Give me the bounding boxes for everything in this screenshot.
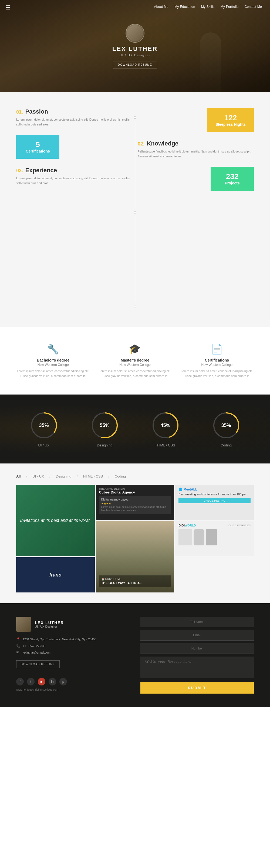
form-number[interactable] [140, 643, 254, 654]
nav-education[interactable]: My Education [174, 5, 195, 9]
email-icon: ✉ [16, 651, 21, 654]
nav-about[interactable]: About Me [154, 5, 169, 9]
facebook-icon[interactable]: f [16, 678, 24, 685]
digi-logo: DIGIWORLD [178, 524, 196, 527]
download-resume-button[interactable]: DOWNLOAD RESUME [113, 61, 158, 68]
skill-label-uiux: UI / UX [16, 443, 72, 447]
projects-box: 232 Projects [138, 167, 254, 191]
skill-circle-coding: 35% [212, 411, 241, 440]
linkedin-icon[interactable]: in [48, 678, 56, 685]
filter-htmlcss[interactable]: HTML - CSS [83, 474, 103, 478]
youtube-icon[interactable]: ▶ [38, 678, 45, 685]
edu-masters: 🎓 Master's degree New Western College Lo… [98, 343, 172, 378]
pinterest-icon[interactable]: p [59, 678, 67, 685]
navigation: ☰ About Me My Education My Skills My Por… [0, 0, 270, 13]
location-icon: 📍 [16, 637, 21, 641]
avatar [126, 24, 144, 43]
skill-label-designing: Designing [77, 443, 132, 447]
meet-logo: 🌐 MeetALL [178, 488, 250, 491]
skill-circle-designing: 55% [90, 411, 119, 440]
form-fullname[interactable] [140, 617, 254, 627]
skill-label-htmlcss: HTML / CSS [138, 443, 193, 447]
knowledge-text: Pellentesque faucibus leo id velit dictu… [138, 149, 254, 159]
skill-pct-htmlcss: 45% [151, 411, 180, 440]
education-section: 🔧 Bachelor's degree New Western College … [0, 327, 270, 395]
portfolio-grid: Invitations at its best and at its worst… [16, 485, 254, 592]
skill-circle-htmlcss: 45% [151, 411, 180, 440]
hero-section: ☰ About Me My Education My Skills My Por… [0, 0, 270, 92]
about-section: 01. Passion Lorem ipsum dolor sit amet, … [0, 92, 270, 327]
wrench-icon: 🔧 [16, 343, 90, 355]
knowledge-title: Knowledge [146, 140, 178, 147]
certs-school: New Western College [180, 363, 254, 367]
footer-socials: f t ▶ in p [16, 678, 130, 685]
phone-icon: 📞 [16, 644, 21, 648]
filter-uiux[interactable]: UI - UX [32, 474, 44, 478]
cityscape-headline: THE BEST WAY TO FIND... [101, 581, 169, 585]
form-email[interactable] [140, 630, 254, 641]
nav-skills[interactable]: My Skills [201, 5, 215, 9]
passion-block: 01. Passion Lorem ipsum dolor sit amet, … [16, 108, 132, 127]
form-submit-button[interactable]: SUBMIT [140, 682, 254, 693]
portfolio-item-cityscape[interactable]: 🏠 DRIVEHOME THE BEST WAY TO FIND... [96, 521, 174, 592]
nav-contact[interactable]: Contact Me [245, 5, 262, 9]
portfolio-item-agency[interactable]: CREATIVE DESIGN Cubes Digital Agency Dig… [96, 485, 174, 520]
sleepless-number: 122 [215, 114, 246, 122]
footer-email-row: ✉ lexluthar@gmail.com [16, 650, 130, 655]
filter-designing[interactable]: Designing [56, 474, 72, 478]
portfolio-section: All / UI - UX / Designing / HTML - CSS /… [0, 463, 270, 603]
footer-address-row: 📍 1234 Street, Opp Trademark, New York C… [16, 637, 130, 642]
experience-number: 03. [16, 168, 23, 173]
divider-line-2 [135, 216, 135, 303]
graduation-icon: 🎓 [98, 343, 172, 355]
certificate-icon: 📄 [180, 343, 254, 355]
form-message[interactable] [140, 656, 254, 678]
projects-number: 232 [219, 172, 246, 181]
twitter-icon[interactable]: t [27, 678, 35, 685]
hero-subtitle: UI / UX Designer [120, 54, 151, 57]
nav-portfolio[interactable]: My Portfolio [221, 5, 239, 9]
meet-desc: Best meeting and conference for more tha… [178, 492, 250, 496]
certifications-label: Certifications [24, 149, 51, 153]
agency-stars: ★★★★ [101, 502, 169, 505]
skill-circle-uiux: 35% [29, 411, 59, 440]
portfolio-item-digi[interactable]: DIGIWORLD HOME CATEGORIES [175, 521, 254, 556]
divider-line [135, 122, 135, 208]
filter-all[interactable]: All [16, 474, 21, 478]
portfolio-item-invitations[interactable]: Invitations at its best and at its worst… [16, 485, 95, 556]
filter-coding[interactable]: Coding [115, 474, 126, 478]
mobile-icon: ☰ [5, 4, 10, 11]
footer-download-button[interactable]: DOWNLOAD RESUME [16, 660, 60, 668]
about-right: 122 Sleepless Nights 02. Knowledge Pelle… [138, 108, 254, 191]
footer-phone: +1 555-222-3333 [23, 644, 45, 648]
avatar-image [127, 25, 143, 41]
footer-website: www.heritagechristianscollege.com [16, 688, 130, 691]
experience-block: 03. Experience Lorem ipsum dolor sit ame… [16, 167, 132, 186]
frano-text: frano [49, 572, 62, 578]
edu-bachelor: 🔧 Bachelor's degree New Western College … [16, 343, 90, 378]
skill-uiux: 35% UI / UX [16, 411, 72, 447]
hero-silhouette [200, 32, 222, 92]
cityscape-brand: 🏠 DRIVEHOME [101, 578, 169, 581]
footer-left: LEX LUTHER UI / UX Designer 📍 1234 Stree… [16, 617, 130, 693]
portfolio-item-frano[interactable]: frano [16, 557, 95, 592]
footer-address: 1234 Street, Opp Trademark, New York Cit… [23, 637, 96, 642]
passion-title: Passion [25, 108, 48, 115]
agency-tag: CREATIVE DESIGN [99, 488, 171, 490]
skills-grid: 35% UI / UX 55% Designing [16, 411, 254, 447]
meet-btn[interactable]: CREATE MEETING [178, 498, 250, 503]
knowledge-block: 02. Knowledge Pellentesque faucibus leo … [138, 140, 254, 159]
skill-pct-coding: 35% [212, 411, 241, 440]
passion-number: 01. [16, 109, 23, 115]
portfolio-item-meet[interactable]: 🌐 MeetALL Best meeting and conference fo… [175, 485, 254, 520]
about-divider [132, 108, 138, 311]
portfolio-filter: All / UI - UX / Designing / HTML - CSS /… [16, 474, 254, 478]
digi-nav: HOME CATEGORIES [227, 524, 250, 527]
footer-avatar: LEX LUTHER UI / UX Designer [16, 617, 130, 632]
masters-degree: Master's degree [98, 358, 172, 362]
hero-content: LEX LUTHER UI / UX Designer DOWNLOAD RES… [112, 24, 158, 68]
passion-text: Lorem ipsum dolor sit amet, consectetur … [16, 117, 132, 127]
hero-name: LEX LUTHER [112, 45, 158, 53]
footer-form: SUBMIT [140, 617, 254, 693]
bachelor-degree: Bachelor's degree [16, 358, 90, 362]
